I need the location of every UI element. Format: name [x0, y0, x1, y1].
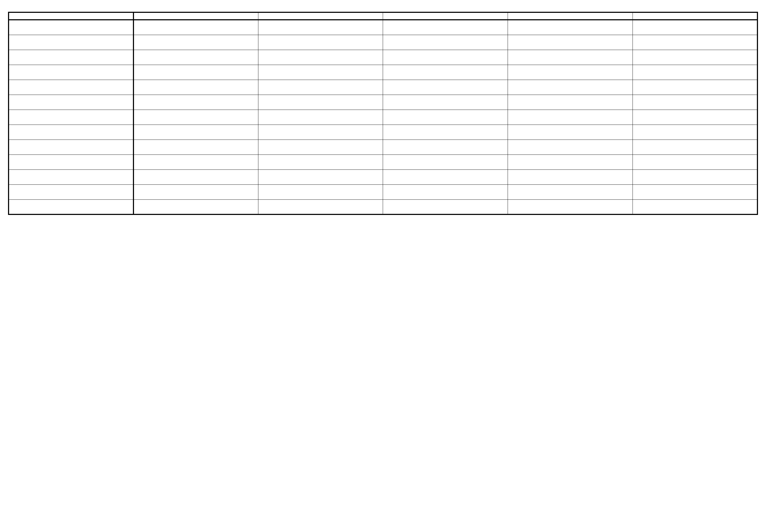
header-wednesday: [383, 12, 508, 20]
table-cell: [383, 80, 508, 95]
table-cell: [383, 20, 508, 35]
header-friday: [633, 12, 757, 20]
table-cell: [633, 125, 757, 140]
table-cell: [508, 95, 633, 110]
table-row: [9, 80, 757, 95]
table-row: [9, 50, 757, 65]
table-cell: [508, 50, 633, 65]
table-cell: [133, 20, 258, 35]
table-cell: [633, 110, 757, 125]
table-cell: [258, 50, 383, 65]
table-cell: [508, 140, 633, 155]
table-cell: [508, 80, 633, 95]
table-cell: [633, 80, 757, 95]
table-header-row: [9, 12, 757, 20]
table-cell: [9, 169, 133, 184]
table-cell: [633, 199, 757, 214]
table-cell: [383, 199, 508, 214]
table-cell: [383, 184, 508, 199]
table-cell: [258, 169, 383, 184]
header-time-period: [9, 12, 133, 20]
table-cell: [633, 65, 757, 80]
table-cell: [9, 155, 133, 169]
table-cell: [508, 35, 633, 50]
table-cell: [508, 65, 633, 80]
table-cell: [133, 35, 258, 50]
table-cell: [258, 199, 383, 214]
table-cell: [9, 184, 133, 199]
table-row: [9, 95, 757, 110]
table-cell: [9, 95, 133, 110]
table-cell: [9, 140, 133, 155]
table-cell: [383, 50, 508, 65]
table-cell: [258, 35, 383, 50]
table-cell: [383, 110, 508, 125]
table-cell: [383, 95, 508, 110]
table-cell: [633, 20, 757, 35]
table-cell: [258, 110, 383, 125]
table-cell: [508, 199, 633, 214]
table-cell: [383, 169, 508, 184]
table-cell: [633, 140, 757, 155]
table-cell: [258, 65, 383, 80]
table-cell: [258, 140, 383, 155]
table-cell: [133, 184, 258, 199]
header-monday: [133, 12, 258, 20]
table-cell: [133, 50, 258, 65]
table-cell: [9, 199, 133, 214]
table-cell: [133, 95, 258, 110]
table-cell: [508, 169, 633, 184]
table-cell: [9, 50, 133, 65]
table-cell: [633, 169, 757, 184]
table-cell: [508, 110, 633, 125]
table-cell: [133, 125, 258, 140]
table-row: [9, 184, 757, 199]
table-cell: [508, 20, 633, 35]
header-thursday: [508, 12, 633, 20]
table-row: [9, 125, 757, 140]
table-cell: [133, 155, 258, 169]
table-cell: [258, 155, 383, 169]
table-cell: [383, 125, 508, 140]
table-cell: [508, 125, 633, 140]
table-cell: [9, 20, 133, 35]
table-row: [9, 169, 757, 184]
table-cell: [133, 199, 258, 214]
table-cell: [383, 65, 508, 80]
table-cell: [133, 110, 258, 125]
header-tuesday: [258, 12, 383, 20]
table-cell: [633, 184, 757, 199]
table-cell: [133, 65, 258, 80]
table-cell: [258, 125, 383, 140]
table-cell: [9, 110, 133, 125]
table-cell: [133, 169, 258, 184]
table-cell: [258, 95, 383, 110]
table-cell: [508, 155, 633, 169]
table-cell: [9, 65, 133, 80]
table-cell: [9, 35, 133, 50]
table-cell: [383, 35, 508, 50]
timetable: [8, 12, 758, 215]
table-cell: [633, 50, 757, 65]
table-row: [9, 110, 757, 125]
table-cell: [383, 155, 508, 169]
table-cell: [258, 80, 383, 95]
table-cell: [133, 80, 258, 95]
table-cell: [258, 184, 383, 199]
table-cell: [508, 184, 633, 199]
table-row: [9, 155, 757, 169]
table-cell: [258, 20, 383, 35]
table-row: [9, 140, 757, 155]
table-row: [9, 20, 757, 35]
table-cell: [133, 140, 258, 155]
table-cell: [633, 35, 757, 50]
table-row: [9, 35, 757, 50]
table-row: [9, 65, 757, 80]
table-cell: [9, 80, 133, 95]
table-cell: [633, 155, 757, 169]
table-cell: [383, 140, 508, 155]
table-cell: [9, 125, 133, 140]
table-cell: [633, 95, 757, 110]
table-row: [9, 199, 757, 214]
